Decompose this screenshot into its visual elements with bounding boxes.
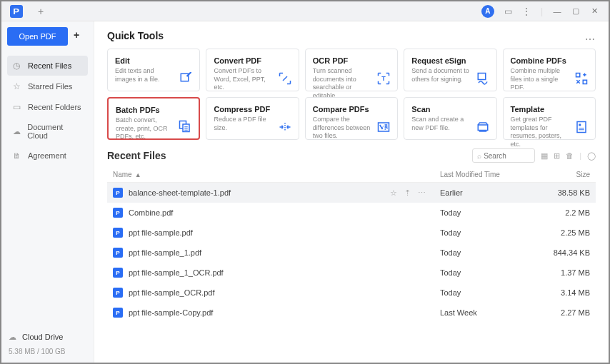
card-combine[interactable]: Combine PDFs Combine multiple files into… <box>503 49 596 91</box>
pdf-file-icon: P <box>113 188 123 198</box>
kebab-menu-icon[interactable]: ⋮ <box>522 6 531 16</box>
table-row[interactable]: Pppt file-sample_1.pdfToday844.34 KB <box>107 243 596 263</box>
card-scan[interactable]: Scan Scan and create a new PDF file. <box>404 97 496 140</box>
sidebar-item-recent-files[interactable]: Recent Files <box>7 56 88 76</box>
sidebar-item-document-cloud[interactable]: Document Cloud <box>7 118 88 145</box>
content-area: Quick Tools ⋯ Edit Edit texts and images… <box>94 21 609 363</box>
svg-rect-11 <box>577 122 586 133</box>
recent-files-title: Recent Files <box>107 150 166 161</box>
scan-icon <box>475 121 491 133</box>
sidebar-item-label: Document Cloud <box>27 123 82 140</box>
cloud-icon <box>13 126 21 136</box>
svg-text:T: T <box>381 75 386 82</box>
svg-text:S: S <box>385 125 389 130</box>
maximize-button[interactable]: ▢ <box>571 7 580 16</box>
card-ocr[interactable]: OCR PDF Turn scanned documents into sear… <box>305 49 398 91</box>
compress-icon <box>277 121 293 133</box>
table-row[interactable]: P balance-sheet-template-1.pdf ☆ ⇡ ⋯ Ear… <box>107 183 596 203</box>
svg-rect-12 <box>579 124 581 126</box>
card-batch[interactable]: Batch PDFs Batch convert, create, print,… <box>107 97 200 140</box>
batch-icon <box>177 120 193 133</box>
cloud-drive-item[interactable]: Cloud Drive <box>7 328 88 346</box>
compare-icon: VS <box>376 121 391 133</box>
avatar[interactable]: A <box>481 5 494 18</box>
quick-tools-title: Quick Tools <box>107 30 164 41</box>
pdf-file-icon: P <box>113 268 123 278</box>
table-row[interactable]: Pppt file-sample.pdfToday2.25 MB <box>107 223 596 243</box>
table-row[interactable]: Pppt file-sample-Copy.pdfLast Week2.27 M… <box>107 303 596 323</box>
search-input[interactable] <box>484 152 526 160</box>
open-pdf-button[interactable]: Open PDF <box>7 27 68 46</box>
sidebar-item-label: Recent Folders <box>28 103 81 111</box>
pdf-file-icon: P <box>113 208 123 218</box>
app-logo: P <box>10 5 23 18</box>
new-tab-button[interactable]: + <box>36 6 46 16</box>
sort-asc-icon: ▲ <box>135 171 141 178</box>
sidebar-item-label: Starred Files <box>28 82 72 91</box>
convert-icon <box>277 72 293 85</box>
svg-rect-4 <box>583 80 586 84</box>
sidebar: Open PDF + Recent Files Starred Files Re… <box>1 21 94 363</box>
sidebar-item-label: Recent Files <box>28 61 71 70</box>
close-button[interactable]: ✕ <box>590 7 599 16</box>
pdf-file-icon: P <box>113 288 123 298</box>
combine-icon <box>574 72 589 85</box>
more-icon[interactable]: ⋯ <box>585 34 596 45</box>
delete-icon[interactable]: 🗑 <box>566 151 574 160</box>
titlebar: P + A ▭ ⋮ | — ▢ ✕ <box>1 1 609 21</box>
search-box[interactable]: ⌕ <box>472 148 535 163</box>
card-template[interactable]: Template Get great PDF templates for res… <box>503 97 596 140</box>
cloud-icon <box>9 332 18 342</box>
document-icon <box>13 151 22 161</box>
refresh-icon[interactable]: ◯ <box>587 151 596 161</box>
chat-icon[interactable]: ▭ <box>504 6 512 16</box>
new-file-button[interactable]: + <box>74 29 88 44</box>
table-header: Name▲ Last Modified Time Size <box>107 167 596 183</box>
svg-text:V: V <box>381 125 384 130</box>
card-convert[interactable]: Convert PDF Convert PDFs to Word, Excel,… <box>206 49 299 91</box>
sidebar-item-starred-files[interactable]: Starred Files <box>7 76 88 96</box>
template-icon <box>574 121 589 133</box>
storage-info: 5.38 MB / 100 GB <box>7 346 88 358</box>
pdf-file-icon: P <box>113 248 123 258</box>
sidebar-item-label: Agreement <box>28 151 66 160</box>
folder-icon <box>13 102 22 112</box>
card-compare[interactable]: Compare PDFs Compare the differences bet… <box>305 97 398 140</box>
list-view-icon[interactable]: ▦ <box>541 151 548 161</box>
file-table: Name▲ Last Modified Time Size P balance-… <box>107 167 596 323</box>
star-icon <box>13 81 22 91</box>
card-esign[interactable]: Request eSign Send a document to others … <box>404 49 496 91</box>
svg-rect-6 <box>183 124 189 132</box>
column-size[interactable]: Size <box>547 171 590 178</box>
table-row[interactable]: PCombine.pdfToday2.2 MB <box>107 203 596 223</box>
minimize-button[interactable]: — <box>553 7 561 16</box>
table-row[interactable]: Pppt file-sample_1_OCR.pdfToday1.37 MB <box>107 263 596 283</box>
column-time[interactable]: Last Modified Time <box>440 171 547 178</box>
svg-rect-10 <box>478 125 488 131</box>
table-row[interactable]: Pppt file-sample_OCR.pdfToday3.14 MB <box>107 283 596 303</box>
sidebar-item-agreement[interactable]: Agreement <box>7 146 88 166</box>
pdf-file-icon: P <box>113 308 123 318</box>
grid-view-icon[interactable]: ⊞ <box>554 151 560 161</box>
ocr-icon: T <box>376 72 391 85</box>
clock-icon <box>13 61 22 71</box>
more-icon[interactable]: ⋯ <box>418 188 426 198</box>
card-compress[interactable]: Compress PDF Reduce a PDF file size. <box>206 97 299 140</box>
sidebar-item-recent-folders[interactable]: Recent Folders <box>7 97 88 117</box>
pdf-file-icon: P <box>113 228 123 238</box>
card-edit[interactable]: Edit Edit texts and images in a file. <box>107 49 200 91</box>
star-icon[interactable]: ☆ <box>390 188 397 198</box>
upload-icon[interactable]: ⇡ <box>404 188 411 198</box>
quick-tools-grid: Edit Edit texts and images in a file. Co… <box>107 49 596 140</box>
row-actions: ☆ ⇡ ⋯ <box>390 188 426 198</box>
edit-icon <box>178 72 194 85</box>
esign-icon <box>475 72 491 85</box>
search-icon: ⌕ <box>477 152 481 160</box>
svg-rect-0 <box>181 74 189 81</box>
svg-rect-2 <box>478 74 486 80</box>
svg-rect-3 <box>576 74 579 77</box>
column-name[interactable]: Name▲ <box>113 171 440 178</box>
